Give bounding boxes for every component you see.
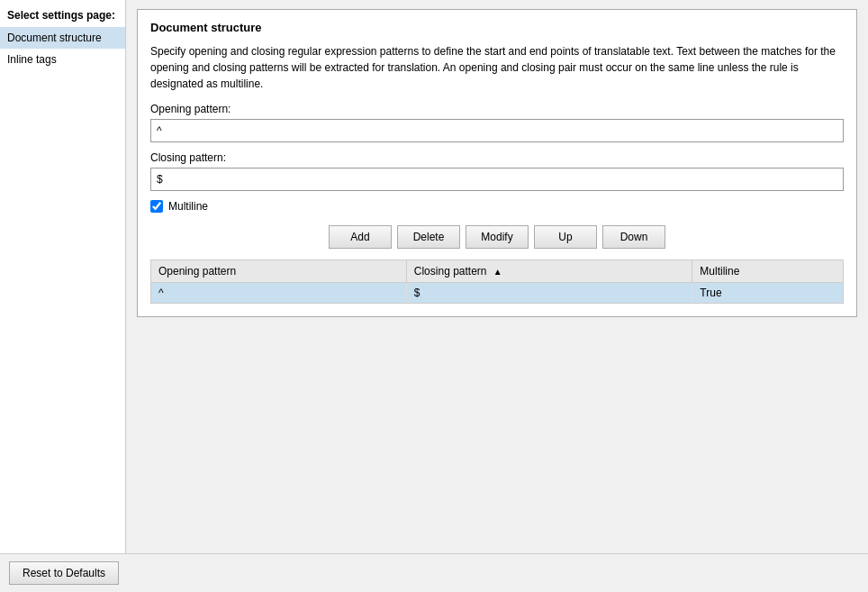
cell-multiline: True bbox=[692, 283, 843, 304]
col-closing-pattern[interactable]: Closing pattern ▲ bbox=[406, 260, 692, 283]
up-button[interactable]: Up bbox=[534, 225, 597, 249]
multiline-label: Multiline bbox=[168, 200, 208, 213]
patterns-table-container: Opening pattern Closing pattern ▲ Multil… bbox=[150, 260, 844, 304]
table-body: ^ $ True bbox=[151, 283, 843, 304]
cell-opening: ^ bbox=[151, 283, 406, 304]
modify-button[interactable]: Modify bbox=[466, 225, 529, 249]
multiline-row: Multiline bbox=[150, 200, 844, 213]
opening-pattern-input[interactable] bbox=[150, 119, 844, 142]
reset-to-defaults-button[interactable]: Reset to Defaults bbox=[9, 561, 119, 585]
patterns-table: Opening pattern Closing pattern ▲ Multil… bbox=[151, 260, 843, 303]
sidebar-header: Select settings page: bbox=[0, 4, 125, 27]
table-header: Opening pattern Closing pattern ▲ Multil… bbox=[151, 260, 843, 283]
closing-pattern-input[interactable] bbox=[150, 168, 844, 191]
cell-closing: $ bbox=[406, 283, 692, 304]
description-text: Specify opening and closing regular expr… bbox=[150, 43, 844, 92]
sidebar-item-inline-tags[interactable]: Inline tags bbox=[0, 49, 125, 70]
col-opening-pattern[interactable]: Opening pattern bbox=[151, 260, 406, 283]
multiline-checkbox[interactable] bbox=[150, 200, 163, 213]
col-multiline[interactable]: Multiline bbox=[692, 260, 843, 283]
content-area: Document structure Specify opening and c… bbox=[126, 0, 868, 553]
down-button[interactable]: Down bbox=[602, 225, 665, 249]
panel-title: Document structure bbox=[150, 21, 844, 34]
delete-button[interactable]: Delete bbox=[397, 225, 460, 249]
action-buttons: Add Delete Modify Up Down bbox=[150, 225, 844, 249]
opening-pattern-label: Opening pattern: bbox=[150, 103, 844, 115]
sidebar-item-document-structure[interactable]: Document structure bbox=[0, 27, 125, 49]
sidebar: Select settings page: Document structure… bbox=[0, 0, 126, 553]
table-row[interactable]: ^ $ True bbox=[151, 283, 843, 304]
footer-bar: Reset to Defaults bbox=[0, 553, 868, 592]
sort-asc-icon: ▲ bbox=[493, 267, 502, 277]
closing-pattern-label: Closing pattern: bbox=[150, 151, 844, 164]
add-button[interactable]: Add bbox=[329, 225, 392, 249]
document-structure-panel: Document structure Specify opening and c… bbox=[137, 9, 857, 317]
